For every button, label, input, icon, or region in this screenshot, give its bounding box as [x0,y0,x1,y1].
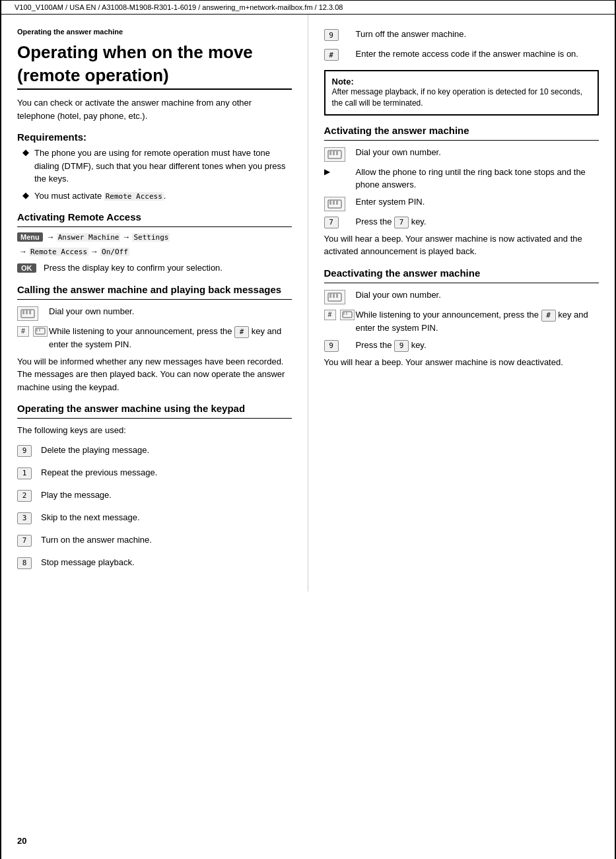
dial-own-row: Calling the answer machine and playing b… [17,305,292,321]
deact-dial-row: Dial your own number. [324,289,599,304]
page-number: 20 [17,836,26,846]
activating-remote-title: Activating Remote Access [17,211,292,223]
act-key-7-inline: 7 [394,217,409,228]
key-1-badge: 1 [17,467,32,479]
key-8-badge: 8 [17,557,32,569]
ok-badge-col: OK [17,261,44,273]
req-bullet-2: ◆ You must activate Remote Access. [17,189,292,203]
keypad-intro: The following keys are used: [17,424,292,437]
deact-hash-badge: # [541,310,556,322]
note-title: Note: [332,77,592,86]
key-3-col: 3 [17,511,41,524]
while-listening-row: # While listening to your annou [17,325,292,351]
act-phone-icon [324,147,345,162]
req-bullet-1-text: The phone you are using for remote opera… [34,147,292,186]
keypad-row-1: 1 Repeat the previous message. [17,466,292,479]
key-3-badge: 3 [17,512,32,524]
arrow-2: → [122,232,130,242]
arrow-4: → [90,247,98,256]
ok-badge: OK [17,263,36,273]
deact-phone-icon-col [324,289,356,304]
key-9-badge: 9 [17,445,32,457]
bullet-diamond-icon-2: ◆ [22,190,29,200]
key-2-desc: Play the message. [41,489,292,502]
nav-remote-access: Remote Access [29,248,88,256]
top-bar: V100_V100AM / USA EN / A31008-M1908-R301… [1,0,615,15]
phone-icon-small [33,326,48,337]
act-key7-icon-col: 7 [324,215,356,228]
key-7-col: 7 [17,533,41,547]
act-pin-icon-col [324,195,356,211]
top-bar-path: V100_V100AM / USA EN / A31008-M1908-R301… [15,3,343,11]
note-body: After message playback, if no key operat… [332,86,592,109]
key-2-col: 2 [17,489,41,502]
dial-own-desc-text: Dial your own number. [49,305,292,318]
nav-settings: Settings [132,233,170,242]
hash-badge: # [324,49,339,61]
req-bullet-1: ◆ The phone you are using for remote ope… [17,147,292,186]
activating-title: Activating the answer machine [324,125,599,136]
act-triangle-col: ▶ [324,166,356,176]
page-title-line1: Operating when on the move [17,42,292,63]
key-8-desc: Stop message playback. [41,556,292,569]
arrow-1: → [47,232,55,242]
key-9-col: 9 [17,444,41,457]
turn-off-desc: Turn off the answer machine. [356,28,599,41]
calling-title: Calling the answer machine and playing b… [17,284,292,295]
note-box: Note: After message playback, if no key … [324,70,599,116]
section-label: Operating the answer machine [17,28,292,36]
phone-icon-1 [17,306,38,321]
svg-rect-45 [343,312,352,318]
deact-result-text: You will hear a beep. Your answer machin… [324,356,599,369]
key-9-desc: Delete the playing message. [41,444,292,457]
deact-hash-phone-icons: # [324,310,355,320]
hash-key-badge: # [234,326,249,338]
deact-phone-icon [324,290,345,304]
hash-row: # Enter the remote access code if the an… [324,48,599,61]
key-3-desc: Skip to the next message. [41,511,292,524]
key-2-badge: 2 [17,490,32,502]
act-result-text: You will hear a beep. Your answer machin… [324,232,599,258]
act-dial-row: Dial your own number. [324,146,599,162]
deact-key9-row: 9 Press the 9 key. [324,339,599,352]
deact-key-9-inline: 9 [394,340,409,352]
ok-row: OK Press the display key to confirm your… [17,261,292,275]
hash-icon: # [17,326,29,337]
deact-hash-icon: # [324,310,336,320]
act-key-7-badge: 7 [324,217,339,228]
nav-onoff: On/Off [100,248,129,256]
menu-navigation: Menu → Answer Machine → Settings [17,232,292,242]
key-7-badge: 7 [17,535,32,547]
key-1-col: 1 [17,466,41,479]
ok-description: Press the display key to confirm your se… [44,261,292,275]
key-1-desc: Repeat the previous message. [41,466,292,479]
arrow-3: → [19,247,27,256]
act-phone-icon-col [324,146,356,162]
act-pin-phone-icon [324,197,345,211]
bullet-diamond-icon: ◆ [22,147,29,157]
informed-text: You will be informed whether any new mes… [17,355,292,394]
deact-key-9-badge: 9 [324,340,339,352]
keypad-row-9: 9 Delete the playing message. [17,444,292,457]
hash-icon-col: # [324,48,356,61]
deactivating-title: Deactivating the answer machine [324,267,599,279]
deact-while-row: # While listening to your annou [324,308,599,335]
key-9-icon-col: 9 [324,28,356,41]
act-pin-row: Enter system PIN. [324,195,599,211]
triangle-icon: ▶ [324,167,330,176]
turn-off-row: 9 Turn off the answer machine. [324,28,599,41]
deact-while-desc: While listening to your announcement, pr… [356,308,599,335]
requirements-title: Requirements: [17,131,292,143]
menu-navigation-2: → Remote Access → On/Off [17,247,292,256]
svg-rect-10 [36,328,45,334]
keypad-row-8: 8 Stop message playback. [17,556,292,569]
act-dial-desc: Dial your own number. [356,146,599,159]
keypad-title: Operating the answer machine using the k… [17,403,292,414]
act-key7-row: 7 Press the 7 key. [324,215,599,228]
keypad-row-2: 2 Play the message. [17,489,292,502]
act-allow-row: ▶ Allow the phone to ring until the ring… [324,166,599,191]
deact-dial-desc: Dial your own number. [356,289,599,302]
deact-key9-desc: Press the 9 key. [356,339,599,352]
hash-phone-icons: # [17,326,48,337]
right-column: 9 Turn off the answer machine. # Enter t… [308,15,615,592]
